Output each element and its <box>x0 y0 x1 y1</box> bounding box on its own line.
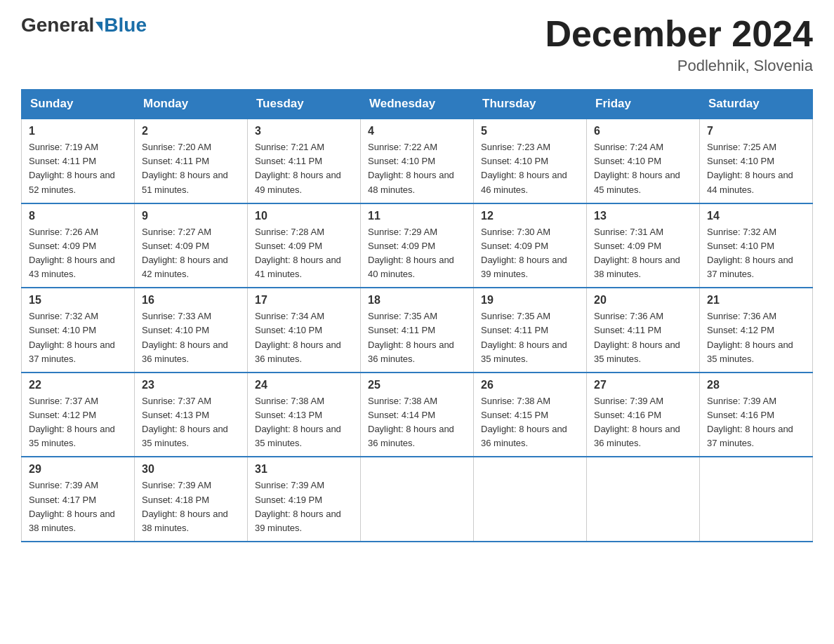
table-row: 19 Sunrise: 7:35 AM Sunset: 4:11 PM Dayl… <box>474 288 587 373</box>
table-row: 16 Sunrise: 7:33 AM Sunset: 4:10 PM Dayl… <box>135 288 248 373</box>
table-row: 22 Sunrise: 7:37 AM Sunset: 4:12 PM Dayl… <box>22 373 135 457</box>
day-info: Sunrise: 7:23 AM Sunset: 4:10 PM Dayligh… <box>481 140 579 197</box>
table-row: 17 Sunrise: 7:34 AM Sunset: 4:10 PM Dayl… <box>248 288 361 373</box>
month-title: December 2024 <box>545 14 813 54</box>
day-number: 29 <box>29 463 127 476</box>
day-number: 6 <box>594 125 692 137</box>
day-number: 5 <box>481 125 579 137</box>
day-number: 13 <box>594 210 692 222</box>
day-number: 25 <box>368 379 466 391</box>
day-number: 4 <box>368 125 466 137</box>
page-header: General Blue December 2024 Podlehnik, Sl… <box>21 14 813 75</box>
col-wednesday: Wednesday <box>361 90 474 119</box>
table-row: 5 Sunrise: 7:23 AM Sunset: 4:10 PM Dayli… <box>474 119 587 203</box>
table-row: 9 Sunrise: 7:27 AM Sunset: 4:09 PM Dayli… <box>135 203 248 288</box>
day-info: Sunrise: 7:38 AM Sunset: 4:13 PM Dayligh… <box>255 394 353 451</box>
table-row: 8 Sunrise: 7:26 AM Sunset: 4:09 PM Dayli… <box>22 203 135 288</box>
day-info: Sunrise: 7:37 AM Sunset: 4:13 PM Dayligh… <box>142 394 240 451</box>
day-number: 24 <box>255 379 353 391</box>
day-info: Sunrise: 7:39 AM Sunset: 4:16 PM Dayligh… <box>707 394 805 451</box>
table-row: 14 Sunrise: 7:32 AM Sunset: 4:10 PM Dayl… <box>700 203 813 288</box>
day-number: 20 <box>594 294 692 307</box>
day-number: 10 <box>255 210 353 222</box>
day-info: Sunrise: 7:19 AM Sunset: 4:11 PM Dayligh… <box>29 140 127 197</box>
day-number: 28 <box>707 379 805 391</box>
day-info: Sunrise: 7:32 AM Sunset: 4:10 PM Dayligh… <box>29 309 127 366</box>
day-number: 27 <box>594 379 692 391</box>
calendar-week-row: 22 Sunrise: 7:37 AM Sunset: 4:12 PM Dayl… <box>22 373 813 457</box>
col-tuesday: Tuesday <box>248 90 361 119</box>
day-info: Sunrise: 7:37 AM Sunset: 4:12 PM Dayligh… <box>29 394 127 451</box>
col-sunday: Sunday <box>22 90 135 119</box>
day-info: Sunrise: 7:39 AM Sunset: 4:18 PM Dayligh… <box>142 478 240 535</box>
table-row: 29 Sunrise: 7:39 AM Sunset: 4:17 PM Dayl… <box>22 457 135 542</box>
table-row: 20 Sunrise: 7:36 AM Sunset: 4:11 PM Dayl… <box>587 288 700 373</box>
day-number: 2 <box>142 125 240 137</box>
day-number: 26 <box>481 379 579 391</box>
day-info: Sunrise: 7:33 AM Sunset: 4:10 PM Dayligh… <box>142 309 240 366</box>
col-thursday: Thursday <box>474 90 587 119</box>
day-info: Sunrise: 7:35 AM Sunset: 4:11 PM Dayligh… <box>368 309 466 366</box>
table-row: 4 Sunrise: 7:22 AM Sunset: 4:10 PM Dayli… <box>361 119 474 203</box>
day-info: Sunrise: 7:26 AM Sunset: 4:09 PM Dayligh… <box>29 225 127 282</box>
day-info: Sunrise: 7:39 AM Sunset: 4:17 PM Dayligh… <box>29 478 127 535</box>
day-info: Sunrise: 7:38 AM Sunset: 4:14 PM Dayligh… <box>368 394 466 451</box>
day-info: Sunrise: 7:36 AM Sunset: 4:11 PM Dayligh… <box>594 309 692 366</box>
calendar-week-row: 8 Sunrise: 7:26 AM Sunset: 4:09 PM Dayli… <box>22 203 813 288</box>
calendar-week-row: 29 Sunrise: 7:39 AM Sunset: 4:17 PM Dayl… <box>22 457 813 542</box>
table-row: 6 Sunrise: 7:24 AM Sunset: 4:10 PM Dayli… <box>587 119 700 203</box>
day-number: 22 <box>29 379 127 391</box>
day-number: 16 <box>142 294 240 307</box>
table-row: 25 Sunrise: 7:38 AM Sunset: 4:14 PM Dayl… <box>361 373 474 457</box>
table-row: 10 Sunrise: 7:28 AM Sunset: 4:09 PM Dayl… <box>248 203 361 288</box>
day-info: Sunrise: 7:25 AM Sunset: 4:10 PM Dayligh… <box>707 140 805 197</box>
day-info: Sunrise: 7:20 AM Sunset: 4:11 PM Dayligh… <box>142 140 240 197</box>
calendar-table: Sunday Monday Tuesday Wednesday Thursday… <box>21 89 813 542</box>
day-number: 30 <box>142 463 240 476</box>
table-row: 1 Sunrise: 7:19 AM Sunset: 4:11 PM Dayli… <box>22 119 135 203</box>
table-row: 3 Sunrise: 7:21 AM Sunset: 4:11 PM Dayli… <box>248 119 361 203</box>
day-info: Sunrise: 7:24 AM Sunset: 4:10 PM Dayligh… <box>594 140 692 197</box>
day-number: 8 <box>29 210 127 222</box>
day-number: 3 <box>255 125 353 137</box>
day-number: 19 <box>481 294 579 307</box>
day-info: Sunrise: 7:31 AM Sunset: 4:09 PM Dayligh… <box>594 225 692 282</box>
table-row: 31 Sunrise: 7:39 AM Sunset: 4:19 PM Dayl… <box>248 457 361 542</box>
location-label: Podlehnik, Slovenia <box>545 57 813 75</box>
day-info: Sunrise: 7:29 AM Sunset: 4:09 PM Dayligh… <box>368 225 466 282</box>
col-saturday: Saturday <box>700 90 813 119</box>
day-info: Sunrise: 7:38 AM Sunset: 4:15 PM Dayligh… <box>481 394 579 451</box>
day-number: 12 <box>481 210 579 222</box>
day-info: Sunrise: 7:32 AM Sunset: 4:10 PM Dayligh… <box>707 225 805 282</box>
calendar-header-row: Sunday Monday Tuesday Wednesday Thursday… <box>22 90 813 119</box>
table-row: 21 Sunrise: 7:36 AM Sunset: 4:12 PM Dayl… <box>700 288 813 373</box>
table-row <box>587 457 700 542</box>
table-row <box>361 457 474 542</box>
day-number: 18 <box>368 294 466 307</box>
table-row <box>474 457 587 542</box>
table-row: 15 Sunrise: 7:32 AM Sunset: 4:10 PM Dayl… <box>22 288 135 373</box>
day-info: Sunrise: 7:39 AM Sunset: 4:16 PM Dayligh… <box>594 394 692 451</box>
table-row: 11 Sunrise: 7:29 AM Sunset: 4:09 PM Dayl… <box>361 203 474 288</box>
day-number: 23 <box>142 379 240 391</box>
day-info: Sunrise: 7:27 AM Sunset: 4:09 PM Dayligh… <box>142 225 240 282</box>
table-row: 18 Sunrise: 7:35 AM Sunset: 4:11 PM Dayl… <box>361 288 474 373</box>
table-row: 30 Sunrise: 7:39 AM Sunset: 4:18 PM Dayl… <box>135 457 248 542</box>
day-number: 15 <box>29 294 127 307</box>
table-row <box>700 457 813 542</box>
day-number: 31 <box>255 463 353 476</box>
logo: General Blue <box>21 14 147 36</box>
logo-blue-text: Blue <box>104 14 147 36</box>
day-number: 9 <box>142 210 240 222</box>
day-number: 21 <box>707 294 805 307</box>
logo-general-text: General <box>21 14 94 36</box>
table-row: 23 Sunrise: 7:37 AM Sunset: 4:13 PM Dayl… <box>135 373 248 457</box>
day-info: Sunrise: 7:36 AM Sunset: 4:12 PM Dayligh… <box>707 309 805 366</box>
title-area: December 2024 Podlehnik, Slovenia <box>545 14 813 75</box>
col-friday: Friday <box>587 90 700 119</box>
table-row: 28 Sunrise: 7:39 AM Sunset: 4:16 PM Dayl… <box>700 373 813 457</box>
table-row: 7 Sunrise: 7:25 AM Sunset: 4:10 PM Dayli… <box>700 119 813 203</box>
day-info: Sunrise: 7:22 AM Sunset: 4:10 PM Dayligh… <box>368 140 466 197</box>
logo-arrow-icon <box>95 22 102 32</box>
day-info: Sunrise: 7:21 AM Sunset: 4:11 PM Dayligh… <box>255 140 353 197</box>
